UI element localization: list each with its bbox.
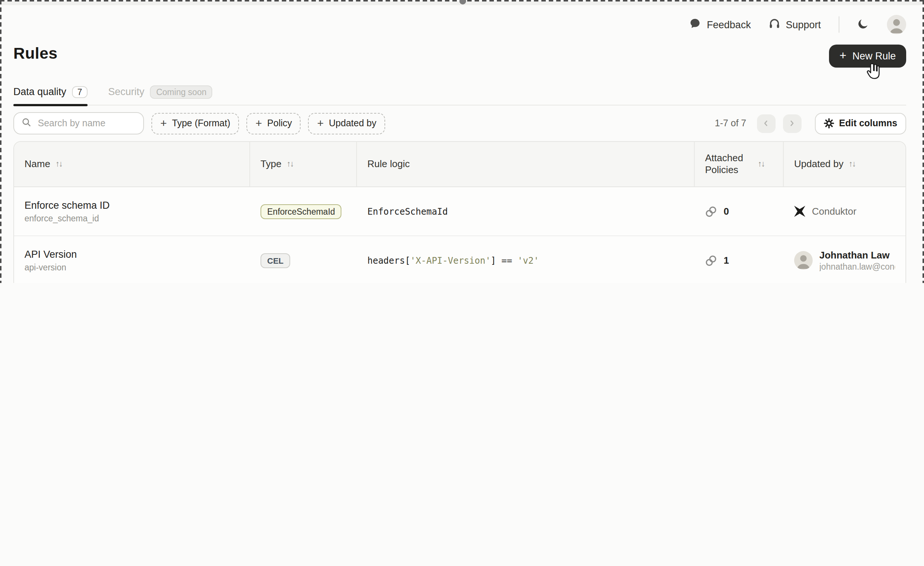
rule-slug: enforce_schema_id (24, 214, 99, 223)
theme-toggle-button[interactable] (857, 18, 869, 32)
pagination-prev-button[interactable] (757, 114, 775, 132)
feedback-button[interactable]: Feedback (690, 18, 751, 31)
type-badge: EnforceSchemaId (261, 204, 342, 219)
table-row[interactable]: Enforce schema ID enforce_schema_id Enfo… (14, 187, 906, 236)
plus-icon: + (317, 117, 324, 128)
edit-columns-label: Edit columns (839, 118, 897, 128)
sort-icon: ↑↓ (849, 159, 855, 169)
toolbar: + Type (Format) + Policy + Updated by 1-… (14, 112, 906, 134)
link-icon (705, 254, 717, 266)
gear-icon (824, 118, 834, 128)
tab-label: Data quality (14, 86, 66, 97)
column-header-attached-policies[interactable]: Attached Policies ↑↓ (694, 142, 784, 187)
search-icon (21, 117, 31, 130)
policy-count: 0 (724, 206, 729, 217)
rule-logic: EnforceSchemaId (368, 206, 448, 217)
support-button[interactable]: Support (768, 18, 821, 31)
filter-policy-button[interactable]: + Policy (247, 113, 301, 134)
updated-by-email: johnathan.law@condu (819, 262, 895, 271)
pagination-next-button[interactable] (783, 114, 801, 132)
type-badge: CEL (261, 253, 290, 268)
rule-slug: api-version (24, 263, 66, 272)
table-header: Name ↑↓ Type ↑↓ Rule logic Attached Poli… (14, 142, 906, 187)
user-avatar[interactable] (887, 15, 906, 34)
chevron-left-icon (762, 119, 770, 128)
tab-security[interactable]: Security Coming soon (108, 79, 212, 105)
user-silhouette-icon (887, 15, 906, 34)
pagination-range: 1-7 of 7 (715, 118, 746, 128)
table-row[interactable]: API Version api-version CEL headers['X-A… (14, 236, 906, 283)
link-icon (705, 205, 717, 217)
page-title: Rules (14, 45, 57, 63)
sort-icon: ↑↓ (55, 159, 62, 169)
new-rule-button[interactable]: + New Rule (829, 45, 906, 68)
conduktor-logo (794, 206, 805, 217)
updated-by-name: Johnathan Law (819, 250, 895, 261)
feedback-label: Feedback (707, 19, 751, 30)
topbar-divider (838, 17, 839, 33)
tab-label: Security (108, 86, 144, 97)
rule-name: Enforce schema ID (24, 200, 110, 211)
new-rule-label: New Rule (852, 51, 896, 62)
search-box (14, 112, 144, 134)
search-input[interactable] (36, 117, 136, 129)
rules-table: Name ↑↓ Type ↑↓ Rule logic Attached Poli… (14, 141, 906, 283)
filter-label: Updated by (329, 118, 376, 128)
edit-columns-button[interactable]: Edit columns (814, 113, 906, 134)
sort-icon: ↑↓ (758, 159, 764, 169)
tab-count-badge: 7 (72, 86, 88, 98)
filter-label: Type (Format) (172, 118, 231, 128)
column-header-updated-by[interactable]: Updated by ↑↓ (784, 142, 906, 187)
tab-bar: Data quality 7 Security Coming soon (14, 79, 906, 105)
coming-soon-badge: Coming soon (150, 85, 213, 98)
policy-count: 1 (724, 255, 729, 266)
topbar: Feedback Support (690, 15, 906, 34)
rule-name: API Version (24, 249, 77, 260)
plus-icon: + (160, 117, 167, 128)
rules-page: Feedback Support Rules + New Rule Data q… (0, 0, 924, 283)
chevron-right-icon (788, 119, 796, 128)
moon-icon (857, 18, 869, 32)
user-avatar (794, 251, 813, 269)
speech-bubble-icon (690, 18, 701, 31)
column-header-rule-logic: Rule logic (357, 142, 694, 187)
sort-icon: ↑↓ (286, 159, 293, 169)
updated-by-name: Conduktor (812, 206, 856, 217)
column-header-type[interactable]: Type ↑↓ (250, 142, 357, 187)
user-silhouette-icon (794, 251, 813, 269)
filter-type-format-button[interactable]: + Type (Format) (152, 113, 239, 134)
filter-label: Policy (267, 118, 292, 128)
plus-icon: + (256, 117, 262, 128)
plus-icon: + (839, 50, 846, 62)
column-header-name[interactable]: Name ↑↓ (14, 142, 250, 187)
support-label: Support (786, 19, 821, 30)
tab-data-quality[interactable]: Data quality 7 (14, 79, 87, 105)
headphones-icon (768, 18, 780, 31)
rule-logic: headers['X-API-Version'] == 'v2' (368, 255, 539, 265)
filter-updated-by-button[interactable]: + Updated by (308, 113, 385, 134)
